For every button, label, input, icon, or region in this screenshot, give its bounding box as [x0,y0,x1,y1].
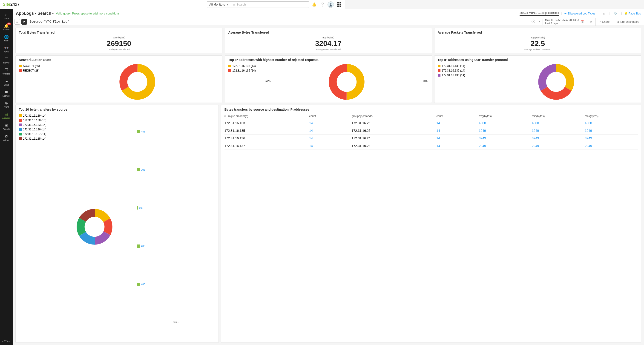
bell-icon[interactable]: 🔔 [311,2,318,8]
col-header[interactable]: 6 unique srcaddr(s) [224,114,309,118]
table-row: 172.31.16.13714172.31.16.231422492249224… [224,142,345,150]
legend-label: 172.31.16.138 (14) [232,64,256,68]
col-header[interactable]: count [309,114,345,118]
legend-label: 172.31.16.135 (14) [23,137,46,140]
nav-label: APM [4,50,9,53]
nav-label: Web [4,40,8,42]
kpi-value: 3204.17 [228,39,345,48]
kpi-metric: avg(bytes) [228,36,345,39]
panel-rejected-ips: Top IP addresses with highest number of … [225,56,345,103]
cell-count[interactable]: 14 [309,136,345,140]
pie-view-button[interactable]: ◔ [22,19,27,24]
kpi-footer: Average Bytes Transferred [228,48,345,50]
side-bars: 486 206 000 486 486 sum... [136,113,215,186]
query-input[interactable]: logtype="VPC Flow Log" [28,20,345,24]
nav-cloud[interactable]: ☁Cloud [0,77,13,88]
apps-icon[interactable] [336,2,342,8]
cell-src: 172.31.16.133 [224,121,309,125]
cell-count[interactable]: 14 [309,144,345,148]
slice-pct: 50% [266,80,270,82]
nav-web[interactable]: 🌐Web [0,33,13,44]
nav-label: Admin [4,139,10,141]
nav-applogs[interactable]: ▤AppLogs [0,110,13,121]
nav-rum[interactable]: ⊕RUM [0,99,13,110]
list-view-button[interactable]: ≣ [14,19,20,24]
nav-label: Server [3,62,10,64]
nav-reports[interactable]: ▣Reports [0,121,13,132]
svg-point-0 [330,3,332,4]
legend-label: 172.31.16.138 (13) [23,119,46,122]
monitor-select-label: All Monitors [209,3,225,6]
kpi-row: Total Bytes Transferred sum(bytes)269150… [16,28,345,53]
gear-icon: ✿ [5,134,8,138]
svg-point-4 [333,68,345,96]
user-icon [328,2,333,7]
legend-label: 172.31.16.139 (14) [23,114,46,117]
rum-icon: ⊕ [5,101,8,105]
cell-count[interactable]: 14 [309,129,345,132]
panel-title: Top IP addresses with highest number of … [228,58,345,62]
nav-label: RUM [4,106,9,108]
legend-label: REJECT (28) [23,69,39,72]
nav-network[interactable]: ✱Network [0,88,13,99]
avatar[interactable] [328,2,334,8]
nav-label: Reports [3,128,10,130]
reports-icon: ▣ [4,123,8,128]
cloud-icon: ☁ [4,79,8,83]
valid-query-msg: Valid query. Press space to add more con… [56,12,120,15]
nav-admin[interactable]: ✿Admin [0,132,13,143]
legend-label: ACCEPT (56) [23,64,40,68]
nav-apm[interactable]: 👓APM [0,44,13,55]
nav-label: Home [4,17,9,20]
alarm-badge: 31 [7,22,11,25]
help-icon[interactable]: ❔ [319,2,326,8]
legend: ACCEPT (56) REJECT (28) [19,64,53,100]
nav-alarms[interactable]: 31🔔Alarms [0,22,13,33]
page-title-text: AppLogs - Search [16,11,51,16]
chevron-down-icon: ▾ [52,12,54,15]
cell-src: 172.31.16.135 [224,129,309,132]
nav-label: Cloud [4,84,9,86]
cell-count[interactable]: 14 [309,121,345,125]
panel-bytes-table: Bytes transfers by source and destinatio… [221,105,345,186]
table-header: 6 unique srcaddr(s) count groupby(dstadd… [224,113,345,119]
dashboard: Total Bytes Transferred sum(bytes)269150… [13,26,345,186]
table-row: 172.31.16.13614172.31.16.241432493249324… [224,134,345,142]
kpi-value: 269150 [19,39,219,48]
legend: 172.31.16.138 (14) 172.31.16.135 (14) [228,64,263,100]
search-input[interactable]: ⌕ Search [231,2,309,8]
kpi-total-bytes: Total Bytes Transferred sum(bytes)269150… [16,28,222,53]
cell-src: 172.31.16.137 [224,144,309,148]
vmware-icon: ❐ [5,68,8,72]
legend-label: 172.31.16.137 (14) [23,132,46,136]
nav-vmware[interactable]: ❐VMware [0,66,13,77]
nav-server[interactable]: ☰Server [0,55,13,66]
nav-label: Alarms [3,28,10,31]
content: AppLogs - Search ▾ Valid query. Press sp… [13,9,345,186]
logs-icon: ▤ [4,112,8,116]
logo-part1: Site [3,2,10,7]
search-placeholder: Search [236,3,246,6]
bar-value: 486 [141,130,145,133]
query-bar: ≣ ◔ logtype="VPC Flow Log" ⓧ ? May 13, 0… [13,18,345,26]
monitor-select[interactable]: All Monitors ▾ ⌕ Search [207,2,309,8]
network-icon: ✱ [5,90,8,94]
globe-icon: 🌐 [4,35,9,39]
kpi-metric: sum(bytes) [19,36,219,39]
nav-home[interactable]: ⌂Home [0,10,13,22]
logo[interactable]: Site24x7 [3,2,20,7]
panel-title: Top 10 byte transfers by source [19,108,215,111]
legend-label: 172.31.16.136 (14) [23,128,46,131]
search-icon: ⌕ [233,3,235,6]
topbar: Site24x7 All Monitors ▾ ⌕ Search 🔔 ❔ [0,0,345,9]
donut-chart[interactable] [119,64,156,100]
panel-title: Total Bytes Transferred [19,30,219,34]
donut-chart[interactable] [328,64,345,100]
server-icon: ☰ [5,57,8,61]
nav-label: AppLogs [2,117,10,119]
donut-row: Network Action Stats ACCEPT (56) REJECT … [16,56,345,103]
nav-label: VMware [2,73,10,75]
page-title[interactable]: AppLogs - Search ▾ [16,11,54,16]
panel-top-sources: Top 10 byte transfers by source 172.31.1… [16,105,219,186]
home-icon: ⌂ [5,13,8,17]
